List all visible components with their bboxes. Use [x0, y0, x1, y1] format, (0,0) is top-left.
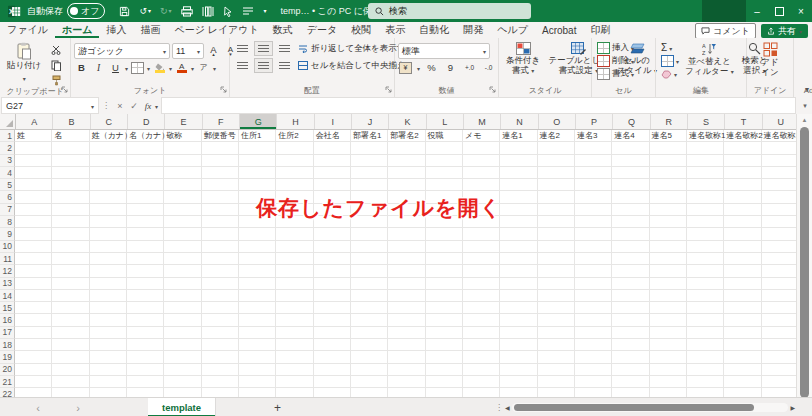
cell-A18[interactable] [15, 339, 52, 351]
cell-U22[interactable] [762, 388, 797, 397]
ribbon-tab-開発[interactable]: 開発 [456, 22, 490, 38]
cell-L9[interactable] [426, 228, 463, 240]
cell-F7[interactable] [202, 204, 239, 216]
phonetic-guide-button[interactable]: ア [196, 61, 211, 74]
cell-R13[interactable] [650, 278, 687, 290]
cell-I12[interactable] [314, 265, 351, 277]
cell-I16[interactable] [314, 314, 351, 326]
ribbon-tab-データ[interactable]: データ [300, 22, 344, 38]
cell-A6[interactable] [15, 191, 52, 203]
cell-G5[interactable] [239, 179, 276, 191]
cell-S12[interactable] [687, 265, 724, 277]
cell-N11[interactable] [500, 253, 537, 265]
cell-N20[interactable] [500, 364, 537, 376]
vertical-scrollbar[interactable]: ▲ ▼ [796, 114, 812, 411]
cell-C9[interactable] [90, 228, 127, 240]
cell-P3[interactable] [575, 155, 612, 167]
cell-I18[interactable] [314, 339, 351, 351]
cell-Q18[interactable] [612, 339, 649, 351]
cell-M2[interactable] [463, 142, 500, 154]
cell-B20[interactable] [52, 364, 89, 376]
cell-N1[interactable]: 連名1 [500, 130, 537, 142]
cell-S13[interactable] [687, 278, 724, 290]
cell-S20[interactable] [687, 364, 724, 376]
number-dialog-launcher[interactable] [489, 84, 496, 95]
cell-R18[interactable] [650, 339, 687, 351]
cell-G16[interactable] [239, 314, 276, 326]
cell-N3[interactable] [500, 155, 537, 167]
cell-O20[interactable] [538, 364, 575, 376]
cell-E4[interactable] [164, 167, 201, 179]
font-color-button[interactable]: A [174, 61, 189, 74]
menu-lines-button[interactable] [242, 6, 254, 16]
cell-G2[interactable] [239, 142, 276, 154]
cell-J11[interactable] [351, 253, 388, 265]
cell-T6[interactable] [724, 191, 761, 203]
cell-A1[interactable]: 姓 [15, 130, 52, 142]
cell-A14[interactable] [15, 290, 52, 302]
cell-D10[interactable] [127, 241, 164, 253]
align-left-button[interactable] [233, 58, 252, 73]
cell-F9[interactable] [202, 228, 239, 240]
cell-R19[interactable] [650, 351, 687, 363]
insert-function-dropdown-icon[interactable] [155, 100, 158, 111]
cell-L14[interactable] [426, 290, 463, 302]
cell-K20[interactable] [388, 364, 425, 376]
cancel-entry-button[interactable]: × [113, 99, 127, 113]
cell-C4[interactable] [90, 167, 127, 179]
currency-dropdown-icon[interactable] [417, 62, 420, 73]
cell-B22[interactable] [52, 388, 89, 397]
column-header-D[interactable]: D [128, 114, 165, 129]
cell-C2[interactable] [90, 142, 127, 154]
cell-D16[interactable] [127, 314, 164, 326]
column-header-H[interactable]: H [277, 114, 314, 129]
cell-H5[interactable] [276, 179, 313, 191]
cell-E16[interactable] [164, 314, 201, 326]
cell-O13[interactable] [538, 278, 575, 290]
autosave-toggle[interactable]: オフ [67, 3, 105, 19]
minimize-button[interactable]: – [746, 0, 768, 22]
cell-H16[interactable] [276, 314, 313, 326]
cell-S8[interactable] [687, 216, 724, 228]
cell-P7[interactable] [575, 204, 612, 216]
column-header-Q[interactable]: Q [613, 114, 650, 129]
cell-K5[interactable] [388, 179, 425, 191]
cell-F13[interactable] [202, 278, 239, 290]
cell-O17[interactable] [538, 327, 575, 339]
select-all-corner[interactable] [0, 114, 16, 129]
share-button[interactable]: 共有 [761, 24, 808, 38]
cell-U9[interactable] [762, 228, 797, 240]
cell-M12[interactable] [463, 265, 500, 277]
cell-T14[interactable] [724, 290, 761, 302]
cell-C19[interactable] [90, 351, 127, 363]
cell-K9[interactable] [388, 228, 425, 240]
cell-K18[interactable] [388, 339, 425, 351]
cell-N14[interactable] [500, 290, 537, 302]
cell-E21[interactable] [164, 376, 201, 388]
cell-E5[interactable] [164, 179, 201, 191]
cell-T22[interactable] [724, 388, 761, 397]
cell-G9[interactable] [239, 228, 276, 240]
cell-C3[interactable] [90, 155, 127, 167]
cell-E8[interactable] [164, 216, 201, 228]
cell-G20[interactable] [239, 364, 276, 376]
cell-D19[interactable] [127, 351, 164, 363]
undo-dropdown-icon[interactable]: ▾ [148, 8, 151, 14]
cell-T1[interactable]: 連名敬称2 [724, 130, 761, 142]
bold-button[interactable]: B [74, 61, 89, 74]
column-header-A[interactable]: A [16, 114, 53, 129]
cell-D21[interactable] [127, 376, 164, 388]
cell-O22[interactable] [538, 388, 575, 397]
cell-G22[interactable] [239, 388, 276, 397]
cell-S15[interactable] [687, 302, 724, 314]
cell-G17[interactable] [239, 327, 276, 339]
redo-button[interactable]: ↻▾ [160, 7, 172, 16]
cell-A4[interactable] [15, 167, 52, 179]
cell-S2[interactable] [687, 142, 724, 154]
cell-Q2[interactable] [612, 142, 649, 154]
cell-H21[interactable] [276, 376, 313, 388]
scroll-right-icon[interactable]: ▶ [790, 404, 795, 411]
search-input[interactable]: 検索 [368, 3, 531, 19]
grow-font-button[interactable]: A▴ [206, 45, 221, 58]
cell-C14[interactable] [90, 290, 127, 302]
